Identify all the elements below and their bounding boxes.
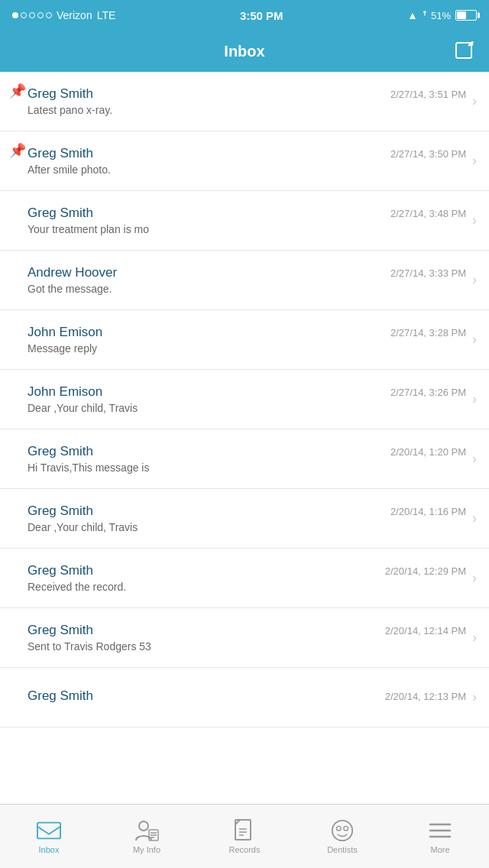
location-icon: ▲ [407,9,418,21]
bluetooth-icon: ꜛ [423,9,426,21]
message-date: 2/20/14, 1:20 PM [390,446,466,458]
message-content: Greg Smith 2/20/14, 1:20 PM Hi Travis,Th… [28,444,466,474]
message-preview: Got the message. [28,283,466,295]
message-date: 2/20/14, 12:13 PM [385,691,466,702]
message-item[interactable]: 📌 Greg Smith 2/27/14, 3:50 PM After smil… [0,131,489,191]
battery-fill [457,11,466,19]
sender-name: Greg Smith [28,146,93,161]
message-date: 2/20/14, 1:16 PM [390,506,466,517]
message-item[interactable]: 📌 Greg Smith 2/20/14, 12:14 PM Sent to T… [0,608,489,668]
message-preview: Message reply [28,342,466,355]
message-content: Greg Smith 2/20/14, 12:29 PM Received th… [28,563,466,593]
chevron-right-icon: › [472,570,477,586]
message-date: 2/27/14, 3:26 PM [390,387,466,398]
more-icon [428,819,452,842]
signal-dots [12,12,52,18]
chevron-right-icon: › [472,332,477,348]
message-header-row: John Emison 2/27/14, 3:28 PM [28,325,466,340]
tab-dentists[interactable]: Dentists [293,805,391,868]
svg-point-15 [344,826,348,831]
carrier-label: Verizon [57,9,92,21]
chevron-right-icon: › [472,153,477,169]
sender-name: Andrew Hoover [28,265,117,280]
svg-rect-3 [37,822,60,838]
tab-my-info[interactable]: My Info [98,805,196,868]
message-date: 2/27/14, 3:50 PM [390,148,466,160]
message-header-row: Greg Smith 2/27/14, 3:51 PM [28,86,466,102]
message-item[interactable]: 📌 Greg Smith 2/20/14, 1:20 PM Hi Travis,… [0,429,489,489]
message-content: Greg Smith 2/20/14, 12:13 PM [28,688,466,706]
tab-bar: Inbox My Info Records [0,804,489,868]
inbox-icon [37,819,61,842]
status-left: Verizon LTE [12,9,115,21]
message-item[interactable]: 📌 Greg Smith 2/20/14, 12:29 PM Received … [0,549,489,608]
chevron-right-icon: › [472,212,477,228]
message-header-row: Greg Smith 2/20/14, 12:13 PM [28,688,466,704]
sender-name: John Emison [28,384,102,400]
tab-records-label: Records [229,845,261,854]
message-header-row: Greg Smith 2/20/14, 1:16 PM [28,504,466,519]
dot-4 [37,12,44,18]
message-preview: Dear ,Your child, Travis [28,521,466,533]
attachment-icon: 📌 [9,81,23,99]
message-date: 2/20/14, 12:29 PM [385,565,466,577]
tab-records[interactable]: Records [196,805,293,868]
message-preview: After smile photo. [28,164,466,176]
network-label: LTE [97,9,116,21]
time-label: 3:50 PM [240,9,283,22]
message-preview: Latest pano x-ray. [28,104,466,116]
message-header-row: Greg Smith 2/20/14, 1:20 PM [28,444,466,459]
chevron-right-icon: › [472,510,477,526]
inbox-title: Inbox [224,43,264,60]
message-preview: Received the record. [28,581,466,593]
attachment-icon: 📌 [9,141,23,159]
message-header-row: John Emison 2/27/14, 3:26 PM [28,384,466,400]
sender-name: Greg Smith [28,444,93,459]
svg-point-4 [139,821,148,831]
sender-name: John Emison [28,325,102,340]
sender-name: Greg Smith [28,623,93,638]
message-date: 2/27/14, 3:51 PM [390,89,466,100]
message-content: John Emison 2/27/14, 3:26 PM Dear ,Your … [28,384,466,414]
message-header-row: Greg Smith 2/20/14, 12:29 PM [28,563,466,578]
message-header-row: Greg Smith 2/20/14, 12:14 PM [28,623,466,638]
svg-point-14 [336,826,341,831]
message-content: Greg Smith 2/27/14, 3:50 PM After smile … [28,146,466,176]
svg-point-13 [332,820,352,840]
tab-my-info-label: My Info [133,845,160,854]
message-header-row: Greg Smith 2/27/14, 3:50 PM [28,146,466,161]
tab-dentists-label: Dentists [327,845,358,854]
message-content: John Emison 2/27/14, 3:28 PM Message rep… [28,325,466,355]
header: Inbox [0,31,489,72]
message-preview: Dear ,Your child, Travis [28,402,466,414]
tab-inbox[interactable]: Inbox [0,805,98,868]
compose-button[interactable] [452,39,477,63]
chevron-right-icon: › [472,93,477,109]
tab-more[interactable]: More [391,805,489,868]
chevron-right-icon: › [472,689,477,705]
sender-name: Greg Smith [28,688,93,704]
message-item[interactable]: 📌 John Emison 2/27/14, 3:28 PM Message r… [0,310,489,370]
dentists-icon [330,819,355,842]
chevron-right-icon: › [472,451,477,467]
message-date: 2/27/14, 3:48 PM [390,208,466,219]
tab-more-label: More [430,845,449,854]
status-bar: Verizon LTE 3:50 PM ▲ ꜛ 51% [0,0,489,31]
sender-name: Greg Smith [28,206,93,221]
message-item[interactable]: 📌 Greg Smith 2/20/14, 12:13 PM › [0,668,489,727]
dot-5 [46,12,52,18]
sender-name: Greg Smith [28,563,93,578]
message-header-row: Andrew Hoover 2/27/14, 3:33 PM [28,265,466,280]
tab-inbox-label: Inbox [39,845,60,854]
message-preview: Hi Travis,This message is [28,462,466,474]
dot-3 [29,12,35,18]
message-item[interactable]: 📌 Greg Smith 2/27/14, 3:51 PM Latest pan… [0,72,489,131]
chevron-right-icon: › [472,391,477,407]
message-item[interactable]: 📌 Andrew Hoover 2/27/14, 3:33 PM Got the… [0,251,489,310]
battery-label: 51% [431,10,451,21]
message-date: 2/20/14, 12:14 PM [385,625,466,636]
message-item[interactable]: 📌 John Emison 2/27/14, 3:26 PM Dear ,You… [0,370,489,429]
message-list: 📌 Greg Smith 2/27/14, 3:51 PM Latest pan… [0,72,489,804]
message-item[interactable]: 📌 Greg Smith 2/27/14, 3:48 PM Your treat… [0,191,489,251]
message-item[interactable]: 📌 Greg Smith 2/20/14, 1:16 PM Dear ,Your… [0,489,489,549]
